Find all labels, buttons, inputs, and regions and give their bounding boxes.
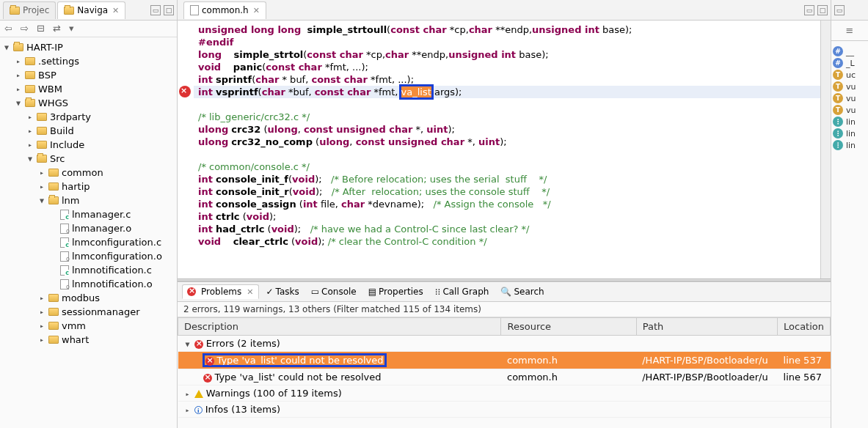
bottom-tab-bar: Problems✕ ✓ Tasks ▭ Console ▤ Properties… (178, 282, 831, 302)
tree-folder[interactable]: ▼WHGS (0, 96, 177, 110)
tree-folder[interactable]: ▸BSP (0, 68, 177, 82)
minimize-icon[interactable]: ▭ (150, 5, 161, 15)
outline-item[interactable]: #_L (833, 57, 867, 69)
minimize-icon[interactable]: ▭ (834, 5, 845, 15)
outline-item[interactable]: Tvu (833, 92, 867, 104)
col-description[interactable]: Description (178, 318, 501, 336)
tree-folder[interactable]: ▸Include (0, 138, 177, 152)
close-icon[interactable]: ✕ (112, 6, 119, 15)
problem-row[interactable]: Type 'va_list' could not be resolvedcomm… (178, 369, 831, 385)
outline-item[interactable]: ⋮lin (833, 128, 867, 139)
problems-summary: 2 errors, 119 warnings, 13 others (Filte… (178, 302, 831, 317)
navigator-toolbar: ⇦ ⇨ ⊟ ⇄ ▾ (0, 21, 177, 37)
tree-folder[interactable]: ▸.settings (0, 54, 177, 68)
infos-group-header[interactable]: ▸ iInfos (13 items) (178, 402, 831, 418)
view-controls: ▭ (834, 5, 847, 15)
tab-label: Tasks (276, 287, 299, 297)
outline-item[interactable]: Tvu (833, 81, 867, 92)
code-line[interactable] (194, 148, 831, 160)
sort-icon[interactable]: ≡ (846, 25, 854, 36)
col-resource[interactable]: Resource (501, 318, 636, 336)
outline-item[interactable]: Tvu (833, 104, 867, 116)
code-line[interactable]: /* lib_generic/crc32.c */ (194, 111, 831, 123)
code-line[interactable]: int sprintf(char * buf, const char *fmt,… (194, 73, 831, 86)
code-line[interactable]: /* common/console.c */ (194, 160, 831, 173)
vertical-scrollbar[interactable] (820, 21, 831, 278)
problems-table: Description Resource Path Location ▼ Err… (178, 317, 831, 418)
code-line[interactable]: int had_ctrlc (void); /* have we had a C… (194, 223, 831, 235)
tree-folder[interactable]: ▸vmm (0, 319, 177, 333)
tab-properties[interactable]: ▤ Properties (364, 285, 428, 298)
code-line[interactable]: void clear_ctrlc (void); /* clear the Co… (194, 235, 831, 248)
project-explorer-tab[interactable]: Projec (3, 1, 56, 19)
editor-tab-common-h[interactable]: common.h ✕ (183, 1, 266, 19)
outline-item[interactable]: ⋮lin (833, 139, 867, 151)
code-line[interactable]: int ctrlc (void); (194, 210, 831, 223)
tree-folder[interactable]: ▸Build (0, 124, 177, 138)
tree-file[interactable]: lnmnotification.c (0, 263, 177, 277)
tab-tasks[interactable]: ✓ Tasks (262, 285, 304, 298)
code-line[interactable]: void panic(const char *fmt, ...); (194, 61, 831, 73)
col-location[interactable]: Location (778, 318, 831, 336)
tree-file[interactable]: lnmconfiguration.c (0, 235, 177, 249)
tree-folder[interactable]: ▸common (0, 166, 177, 180)
code-line[interactable]: unsigned long long simple_strtoull(const… (194, 23, 831, 36)
outline-item[interactable]: ⋮lin (833, 116, 867, 128)
minimize-icon[interactable]: ▭ (804, 5, 814, 15)
tab-call-graph[interactable]: ⁝⁝ Call Graph (431, 285, 494, 298)
tab-console[interactable]: ▭ Console (307, 285, 361, 298)
warnings-group-header[interactable]: ▸ Warnings (100 of 119 items) (178, 385, 831, 402)
error-marker[interactable] (179, 86, 191, 97)
outline-list[interactable]: #__#_LTucTvuTvuTvu⋮lin⋮lin⋮lin (831, 41, 868, 155)
tree-root[interactable]: ▼HART-IP (0, 40, 177, 54)
tree-folder[interactable]: ▸WBM (0, 82, 177, 96)
code-line[interactable] (194, 98, 831, 111)
tree-folder[interactable]: ▼lnm (0, 193, 177, 207)
tree-file[interactable]: lnmnotification.o (0, 277, 177, 291)
maximize-icon[interactable]: □ (817, 5, 828, 15)
col-path[interactable]: Path (636, 318, 777, 336)
code-line[interactable]: ulong crc32_no_comp (ulong, const unsign… (194, 136, 831, 148)
tree-file[interactable]: lnmconfiguration.o (0, 249, 177, 263)
outline-tab-bar: ▭ (831, 0, 868, 21)
tab-search[interactable]: 🔍 Search (496, 285, 548, 298)
tree-file[interactable]: lnmanager.c (0, 207, 177, 221)
forward-icon[interactable]: ⇨ (21, 23, 32, 34)
editor-tab-bar: common.h ✕ ▭ □ (178, 0, 831, 21)
menu-icon[interactable]: ▾ (69, 23, 81, 34)
tree-folder[interactable]: ▸3rdparty (0, 110, 177, 124)
tree-file[interactable]: lnmanager.o (0, 221, 177, 235)
outline-item[interactable]: Tuc (833, 69, 867, 81)
outline-item[interactable]: #__ (833, 45, 867, 57)
source-editor[interactable]: unsigned long long simple_strtoull(const… (178, 21, 831, 278)
code-line[interactable]: ulong crc32 (ulong, const unsigned char … (194, 123, 831, 136)
back-icon[interactable]: ⇦ (4, 23, 16, 34)
link-icon[interactable]: ⇄ (53, 23, 65, 34)
close-icon[interactable]: ✕ (247, 287, 253, 297)
code-line[interactable]: int console_assign (int file, char *devn… (194, 198, 831, 210)
code-line[interactable]: #endif (194, 36, 831, 48)
code-line[interactable]: int console_init_f(void); /* Before relo… (194, 173, 831, 185)
tree-folder[interactable]: ▸hartip (0, 180, 177, 193)
collapse-icon[interactable]: ⊟ (37, 23, 48, 34)
code-line[interactable]: int vsprintf(char *buf, const char *fmt,… (194, 86, 831, 98)
tree-folder[interactable]: ▸modbus (0, 291, 177, 305)
folder-icon (10, 7, 20, 15)
view-controls: ▭ □ (150, 5, 177, 15)
outline-pane: ▭ ≡ #__#_LTucTvuTvuTvu⋮lin⋮lin⋮lin (831, 0, 868, 428)
problem-row[interactable]: Type 'va_list' could not be resolvedcomm… (178, 352, 831, 369)
errors-group-header[interactable]: ▼ Errors (2 items) (178, 336, 831, 352)
close-icon[interactable]: ✕ (253, 6, 260, 15)
tree-folder[interactable]: ▼Src (0, 152, 177, 166)
left-tab-bar: Projec Naviga ✕ ▭ □ (0, 0, 177, 21)
navigator-tab[interactable]: Naviga ✕ (57, 1, 125, 19)
code-line[interactable]: int console_init_r(void); /* After reloc… (194, 185, 831, 198)
file-tree[interactable]: ▼HART-IP▸.settings▸BSP▸WBM▼WHGS▸3rdparty… (0, 37, 177, 428)
problems-view: Problems✕ ✓ Tasks ▭ Console ▤ Properties… (178, 281, 831, 428)
maximize-icon[interactable]: □ (164, 5, 174, 15)
tab-problems[interactable]: Problems✕ (182, 284, 259, 299)
tab-label: Console (321, 287, 357, 297)
tree-folder[interactable]: ▸sessionmanager (0, 305, 177, 319)
code-line[interactable]: long simple_strtol(const char *cp,char *… (194, 48, 831, 61)
tree-folder[interactable]: ▸whart (0, 333, 177, 347)
